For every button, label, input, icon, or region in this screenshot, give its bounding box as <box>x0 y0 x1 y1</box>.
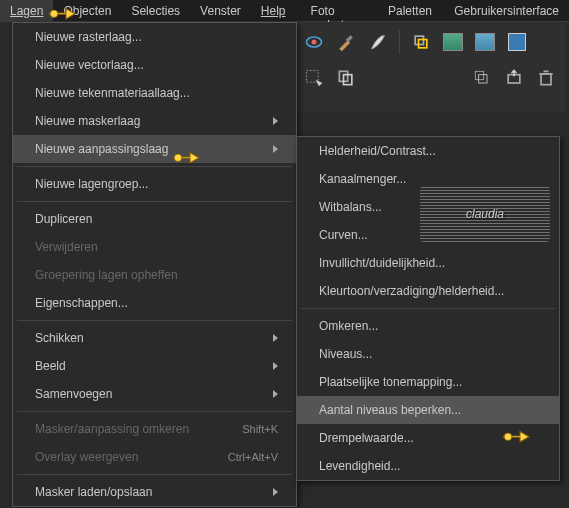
menu-help[interactable]: Help <box>251 0 296 21</box>
label: Drempelwaarde... <box>319 431 414 445</box>
menu-selecties[interactable]: Selecties <box>121 0 190 21</box>
menu-samenvoegen[interactable]: Samenvoegen <box>13 380 296 408</box>
image-thumb-2-icon[interactable] <box>472 30 498 54</box>
label: Beeld <box>35 359 66 373</box>
chevron-right-icon <box>273 145 278 153</box>
menu-separator <box>301 308 555 309</box>
label: Groepering lagen opheffen <box>35 268 178 282</box>
label: Invullicht/duidelijkheid... <box>319 256 445 270</box>
label: Nieuwe lagengroep... <box>35 177 148 191</box>
label: Nieuwe tekenmateriaallaag... <box>35 86 190 100</box>
menu-lagen-label: Lagen <box>10 4 43 18</box>
label: Nieuwe rasterlaag... <box>35 30 142 44</box>
menu-help-label: Help <box>261 4 286 18</box>
menu-paletten[interactable]: Paletten <box>378 0 442 21</box>
menu-venster[interactable]: Venster <box>190 0 251 21</box>
layers-icon[interactable] <box>469 66 495 90</box>
submenu-curven[interactable]: Curven... <box>297 221 559 249</box>
label: Nieuwe aanpassingslaag <box>35 142 168 156</box>
copy-icon[interactable] <box>333 66 359 90</box>
menu-gebruikersinterface[interactable]: Gebruikersinterface <box>444 0 569 21</box>
menu-masker-omkeren[interactable]: Masker/aanpassing omkerenShift+K <box>13 415 296 443</box>
menu-dupliceren[interactable]: Dupliceren <box>13 205 296 233</box>
menubar: Lagen Objecten Selecties Venster Help Fo… <box>0 0 569 22</box>
label: Schikken <box>35 331 84 345</box>
menu-lagen[interactable]: Lagen <box>0 0 53 21</box>
label: Aantal niveaus beperken... <box>319 403 461 417</box>
menu-separator <box>17 166 292 167</box>
menu-eigenschappen[interactable]: Eigenschappen... <box>13 289 296 317</box>
submenu-witbalans[interactable]: Witbalans... <box>297 193 559 221</box>
crop-icon[interactable] <box>408 30 434 54</box>
menu-ui-label: Gebruikersinterface <box>454 4 559 18</box>
image-thumb-1-icon[interactable] <box>440 30 466 54</box>
menu-nieuwe-rasterlaag[interactable]: Nieuwe rasterlaag... <box>13 23 296 51</box>
submenu-aantal-niveaus-beperken[interactable]: Aantal niveaus beperken... <box>297 396 559 424</box>
menu-separator <box>17 320 292 321</box>
menu-separator <box>17 201 292 202</box>
label: Witbalans... <box>319 200 382 214</box>
submenu-niveaus[interactable]: Niveaus... <box>297 340 559 368</box>
eye-icon[interactable] <box>301 30 327 54</box>
menu-selecties-label: Selecties <box>131 4 180 18</box>
label: Kanaalmenger... <box>319 172 406 186</box>
svg-rect-11 <box>541 74 551 85</box>
toolbar-area <box>295 22 565 112</box>
shortcut: Shift+K <box>242 423 278 435</box>
toolbar-divider <box>399 30 400 54</box>
menu-nieuwe-lagengroep[interactable]: Nieuwe lagengroep... <box>13 170 296 198</box>
menu-nieuwe-aanpassingslaag[interactable]: Nieuwe aanpassingslaag <box>13 135 296 163</box>
trash-icon[interactable] <box>533 66 559 90</box>
square-icon[interactable] <box>504 30 530 54</box>
submenu-invullicht[interactable]: Invullicht/duidelijkheid... <box>297 249 559 277</box>
svg-rect-9 <box>479 75 487 83</box>
toolbar-row-1 <box>295 22 565 58</box>
menu-paletten-label: Paletten <box>388 4 432 18</box>
label: Masker/aanpassing omkeren <box>35 422 189 436</box>
menu-separator <box>17 411 292 412</box>
menu-nieuwe-vectorlaag[interactable]: Nieuwe vectorlaag... <box>13 51 296 79</box>
menu-venster-label: Venster <box>200 4 241 18</box>
submenu-levendigheid[interactable]: Levendigheid... <box>297 452 559 480</box>
brush-icon[interactable] <box>333 30 359 54</box>
label: Curven... <box>319 228 368 242</box>
label: Levendigheid... <box>319 459 400 473</box>
label: Omkeren... <box>319 319 378 333</box>
submenu-kleurtoon[interactable]: Kleurtoon/verzadiging/helderheid... <box>297 277 559 305</box>
aanpassingslaag-submenu: Helderheid/Contrast... Kanaalmenger... W… <box>296 136 560 481</box>
chevron-right-icon <box>273 334 278 342</box>
label: Dupliceren <box>35 212 92 226</box>
label: Eigenschappen... <box>35 296 128 310</box>
chevron-right-icon <box>273 117 278 125</box>
label: Kleurtoon/verzadiging/helderheid... <box>319 284 504 298</box>
menu-beeld[interactable]: Beeld <box>13 352 296 380</box>
menu-schikken[interactable]: Schikken <box>13 324 296 352</box>
menu-verwijderen[interactable]: Verwijderen <box>13 233 296 261</box>
menu-separator <box>17 474 292 475</box>
select-move-icon[interactable] <box>301 66 327 90</box>
label: Verwijderen <box>35 240 98 254</box>
menu-nieuwe-tekenmateriaallaag[interactable]: Nieuwe tekenmateriaallaag... <box>13 79 296 107</box>
svg-rect-8 <box>475 71 483 79</box>
menu-masker-laden-opslaan[interactable]: Masker laden/opslaan <box>13 478 296 506</box>
submenu-omkeren[interactable]: Omkeren... <box>297 312 559 340</box>
menu-overlay-weergeven[interactable]: Overlay weergevenCtrl+Alt+V <box>13 443 296 471</box>
label: Helderheid/Contrast... <box>319 144 436 158</box>
svg-point-1 <box>312 40 317 45</box>
shortcut: Ctrl+Alt+V <box>228 451 278 463</box>
menu-groepering-opheffen[interactable]: Groepering lagen opheffen <box>13 261 296 289</box>
label: Samenvoegen <box>35 387 112 401</box>
submenu-kanaalmenger[interactable]: Kanaalmenger... <box>297 165 559 193</box>
menu-nieuwe-maskerlaag[interactable]: Nieuwe maskerlaag <box>13 107 296 135</box>
menu-objecten[interactable]: Objecten <box>53 0 121 21</box>
lagen-dropdown: Nieuwe rasterlaag... Nieuwe vectorlaag..… <box>12 22 297 507</box>
toolbar-row-2 <box>295 58 565 94</box>
feather-icon[interactable] <box>365 30 391 54</box>
submenu-drempelwaarde[interactable]: Drempelwaarde... <box>297 424 559 452</box>
submenu-plaatselijke-tonemapping[interactable]: Plaatselijke tonemapping... <box>297 368 559 396</box>
label: Nieuwe maskerlaag <box>35 114 140 128</box>
export-icon[interactable] <box>501 66 527 90</box>
chevron-right-icon <box>273 488 278 496</box>
submenu-helderheid-contrast[interactable]: Helderheid/Contrast... <box>297 137 559 165</box>
menu-foto-verbeteren[interactable]: Foto verbeteren <box>301 0 378 21</box>
